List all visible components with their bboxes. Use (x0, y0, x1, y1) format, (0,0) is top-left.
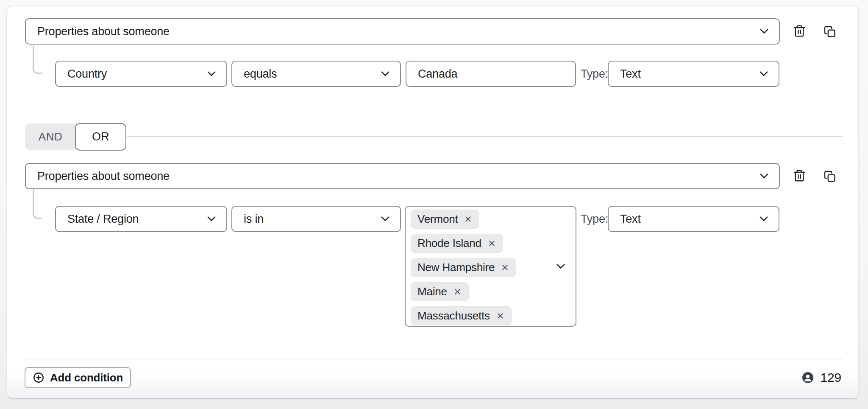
trash-icon (793, 24, 806, 38)
operator-value: is in (244, 213, 264, 226)
property-source-select[interactable]: Properties about someone (25, 163, 780, 189)
duplicate-group-button[interactable] (821, 167, 839, 186)
property-source-value: Properties about someone (37, 170, 170, 183)
selected-value-tag: Maine (411, 282, 469, 301)
chevron-down-icon (205, 213, 218, 225)
type-select[interactable]: Text (608, 206, 779, 232)
operator-value: equals (244, 67, 277, 81)
field-select[interactable]: Country (55, 61, 227, 87)
add-condition-button[interactable]: Add condition (25, 367, 131, 388)
selected-value-tag: Massachusetts (411, 306, 512, 325)
chevron-down-icon (205, 67, 218, 80)
person-icon (802, 372, 813, 383)
selected-values-list: Vermont Rhode Island New Hampshire Maine… (411, 210, 570, 325)
condition-connector-line (33, 189, 42, 219)
type-select[interactable]: Text (608, 61, 779, 87)
field-select[interactable]: State / Region (55, 206, 227, 232)
multi-value-select[interactable]: Vermont Rhode Island New Hampshire Maine… (405, 206, 576, 327)
or-toggle-button[interactable]: OR (75, 123, 126, 151)
field-value: Country (67, 67, 107, 81)
audience-count: 129 (802, 367, 841, 388)
type-label: Type: (581, 61, 608, 87)
trash-icon (793, 168, 806, 183)
selected-value-tag: Vermont (411, 210, 479, 229)
filter-builder-card: Properties about someone Country equals … (6, 6, 859, 399)
tag-label: New Hampshire (417, 261, 495, 274)
type-label: Type: (581, 206, 608, 232)
value-input[interactable] (406, 61, 576, 87)
chevron-down-icon (554, 260, 567, 273)
tag-label: Vermont (417, 213, 458, 226)
type-value: Text (620, 67, 641, 81)
remove-tag-icon[interactable] (464, 215, 473, 224)
remove-tag-icon[interactable] (453, 287, 462, 296)
group-divider-line (127, 136, 843, 137)
audience-count-value: 129 (821, 370, 841, 385)
and-toggle-button[interactable]: AND (25, 123, 76, 150)
condition-connector-line (33, 44, 42, 74)
chevron-down-icon (379, 213, 392, 225)
tag-label: Massachusetts (417, 309, 490, 322)
chevron-down-icon (758, 170, 771, 182)
footer-divider-line (25, 359, 843, 359)
tag-label: Rhode Island (417, 237, 481, 250)
chevron-down-icon (379, 67, 392, 80)
property-source-value: Properties about someone (37, 25, 170, 38)
page-background: { "filter_groups": [ { "source": "Proper… (0, 0, 868, 409)
remove-tag-icon[interactable] (496, 311, 505, 320)
duplicate-group-button[interactable] (821, 22, 839, 41)
delete-group-button[interactable] (790, 166, 809, 185)
operator-select[interactable]: equals (231, 61, 401, 87)
operator-select[interactable]: is in (231, 206, 401, 232)
delete-group-button[interactable] (790, 22, 809, 40)
logic-toggle: AND OR (25, 123, 126, 150)
tag-label: Maine (417, 285, 447, 298)
chevron-down-icon (757, 67, 770, 80)
property-source-select[interactable]: Properties about someone (25, 18, 780, 45)
remove-tag-icon[interactable] (487, 239, 496, 248)
copy-icon (823, 25, 836, 38)
plus-circle-icon (33, 372, 45, 384)
selected-value-tag: Rhode Island (411, 234, 503, 253)
field-value: State / Region (67, 213, 139, 226)
copy-icon (823, 170, 836, 183)
chevron-down-icon (757, 213, 770, 225)
remove-tag-icon[interactable] (501, 263, 509, 272)
add-condition-label: Add condition (50, 371, 123, 384)
type-value: Text (620, 213, 641, 226)
selected-value-tag: New Hampshire (411, 258, 516, 277)
chevron-down-icon (758, 25, 771, 38)
